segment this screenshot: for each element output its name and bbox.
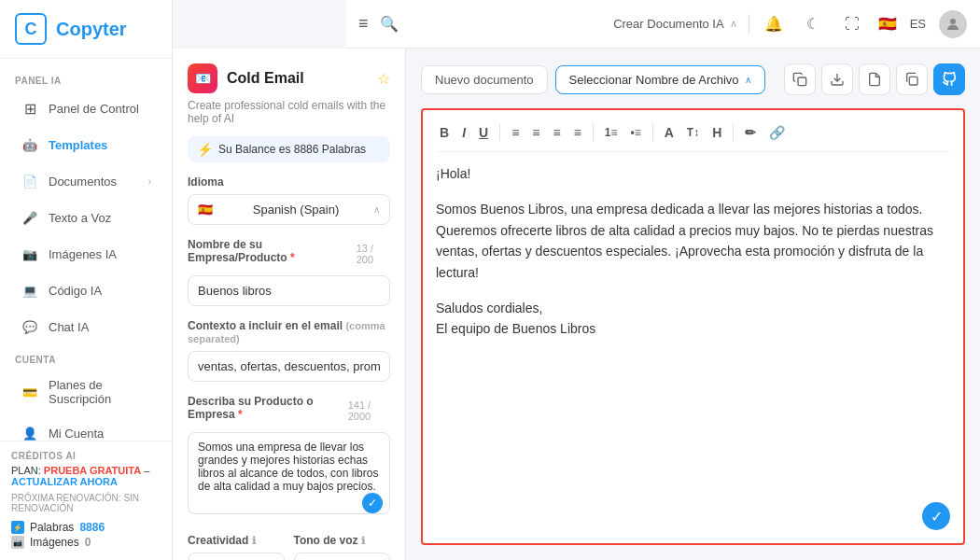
sidebar-item-templates[interactable]: 🤖 Templates xyxy=(6,127,166,162)
underline-button[interactable]: U xyxy=(475,123,492,142)
descripcion-label: Describa su Producto o Empresa * xyxy=(188,395,348,421)
logo-icon: C xyxy=(15,13,47,45)
descripcion-count: 141 / 2000 xyxy=(348,399,390,422)
tono-select[interactable]: Casual ∧ xyxy=(294,553,391,560)
creatividad-field: Creatividad ℹ Media ∧ xyxy=(188,534,285,560)
align-center-button[interactable]: ≡ xyxy=(528,123,543,142)
empresa-label: Nombre de su Empresa/Producto * xyxy=(188,238,357,264)
cold-email-icon: 📧 xyxy=(188,63,217,93)
planes-icon: 💳 xyxy=(21,383,39,401)
nombre-archivo-tab[interactable]: Seleccionar Nombre de Archivo ∧ xyxy=(555,65,765,94)
cuenta-section-label: CUENTA xyxy=(0,345,172,369)
fmt-sep-2 xyxy=(593,124,594,141)
body-text: Somos Buenos Libros, una empresa dedicad… xyxy=(436,199,950,283)
main-content: 📧 Cold Email ☆ Create professional cold … xyxy=(173,49,980,560)
list-ordered-button[interactable]: 1≡ xyxy=(601,124,622,141)
font-color-button[interactable]: A xyxy=(661,123,678,142)
closing-line1: Saludos cordiales, xyxy=(436,298,950,318)
user-avatar[interactable] xyxy=(939,10,967,38)
pen-button[interactable]: ✏ xyxy=(741,123,760,142)
sidebar-item-label: Texto a Voz xyxy=(49,211,111,225)
documentos-icon: 📄 xyxy=(21,172,39,190)
font-size-button[interactable]: T↕ xyxy=(683,124,703,141)
bottom-check-button[interactable]: ✓ xyxy=(922,502,950,530)
link-button[interactable]: 🔗 xyxy=(765,123,789,142)
empresa-input[interactable] xyxy=(188,275,390,306)
idioma-flag: 🇪🇸 xyxy=(198,203,213,217)
copy-icon[interactable] xyxy=(784,63,816,95)
plan-upgrade-link[interactable]: ACTUALIZAR AHORA xyxy=(11,476,118,487)
chat-icon: 💬 xyxy=(21,317,39,336)
sidebar-item-texto-voz[interactable]: 🎤 Texto a Voz xyxy=(6,200,166,235)
sidebar-item-label: Mi Cuenta xyxy=(49,427,104,441)
crear-label: Crear Documento IA xyxy=(613,17,724,31)
renovacion-label: PRÓXIMA RENOVACIÓN: SIN RENOVACIÓN xyxy=(11,493,161,513)
menu-icon[interactable]: ≡ xyxy=(358,14,369,34)
sidebar-item-panel-control[interactable]: ⊞ Panel de Control xyxy=(6,91,166,126)
sidebar-item-mi-cuenta[interactable]: 👤 Mi Cuenta xyxy=(6,415,166,441)
sidebar-item-planes[interactable]: 💳 Planes de Suscripción xyxy=(6,370,166,414)
idioma-chevron: ∧ xyxy=(373,204,380,215)
nombre-tab-label: Seleccionar Nombre de Archivo xyxy=(569,73,739,87)
creatividad-label: Creatividad ℹ xyxy=(188,534,285,547)
form-title: Cold Email xyxy=(227,70,304,87)
creatividad-info[interactable]: ℹ xyxy=(252,535,256,546)
favorite-star[interactable]: ☆ xyxy=(377,70,390,88)
moon-icon[interactable]: ☾ xyxy=(800,11,826,37)
idioma-select[interactable]: 🇪🇸 Spanish (Spain) ∧ xyxy=(188,194,390,225)
crear-chevron: ∧ xyxy=(730,18,737,30)
creatividad-select[interactable]: Media ∧ xyxy=(188,553,285,560)
crear-documento-button[interactable]: Crear Documento IA ∧ xyxy=(613,17,737,31)
tono-label: Tono de voz ℹ xyxy=(294,534,391,547)
bold-button[interactable]: B xyxy=(436,123,453,142)
descripcion-textarea[interactable]: Somos una empresa de llevar los grandes … xyxy=(188,432,390,514)
file-icon[interactable] xyxy=(859,63,890,95)
heading-button[interactable]: H xyxy=(708,123,725,142)
editor-text-content[interactable]: ¡Hola! Somos Buenos Libros, una empresa … xyxy=(436,163,950,340)
svg-point-0 xyxy=(950,19,956,24)
formatting-toolbar: B I U ≡ ≡ ≡ ≡ 1≡ •≡ A xyxy=(436,123,950,152)
plan-free-label[interactable]: PRUEBA GRATUITA xyxy=(44,465,141,476)
form-header: 📧 Cold Email ☆ xyxy=(188,63,390,93)
plan-info: PLAN: PRUEBA GRATUITA – ACTUALIZAR AHORA xyxy=(11,465,161,487)
form-panel: 📧 Cold Email ☆ Create professional cold … xyxy=(173,49,406,560)
fmt-sep-4 xyxy=(733,124,734,141)
sidebar-footer: CRÉDITOS AI PLAN: PRUEBA GRATUITA – ACTU… xyxy=(0,441,172,560)
bell-icon[interactable]: 🔔 xyxy=(761,11,787,37)
italic-button[interactable]: I xyxy=(458,123,469,142)
contexto-input[interactable] xyxy=(188,351,390,382)
palabras-count: 8886 xyxy=(79,521,105,534)
plan-separator: – xyxy=(144,465,149,476)
empresa-label-row: Nombre de su Empresa/Producto * 13 / 200 xyxy=(188,238,390,270)
search-icon[interactable]: 🔍 xyxy=(380,15,399,33)
sidebar-item-chat-ia[interactable]: 💬 Chat IA xyxy=(6,309,166,344)
download-icon[interactable] xyxy=(821,63,853,95)
editor-content-box[interactable]: B I U ≡ ≡ ≡ ≡ 1≡ •≡ A xyxy=(421,108,965,545)
expand-icon[interactable]: ⛶ xyxy=(839,11,865,37)
form-description: Create professional cold emails with the… xyxy=(188,99,390,125)
list-unordered-button[interactable]: •≡ xyxy=(627,124,645,141)
closing-text: Saludos cordiales, El equipo de Buenos L… xyxy=(436,298,950,340)
sidebar-item-codigo-ia[interactable]: 💻 Código IA xyxy=(6,273,166,308)
descripcion-check[interactable]: ✓ xyxy=(362,493,383,513)
sidebar-item-label: Planes de Suscripción xyxy=(49,378,151,406)
logo-area: C Copyter xyxy=(0,0,172,59)
templates-icon: 🤖 xyxy=(21,135,39,154)
sidebar-item-documentos[interactable]: 📄 Documentos › xyxy=(6,163,166,199)
duplicate-icon[interactable] xyxy=(896,63,928,95)
tono-info[interactable]: ℹ xyxy=(361,535,365,546)
editor-action-icons xyxy=(784,63,965,95)
align-right-button[interactable]: ≡ xyxy=(549,123,564,142)
sidebar-item-label: Código IA xyxy=(49,284,102,298)
generate-button[interactable] xyxy=(933,63,965,95)
sidebar-nav: PANEL IA ⊞ Panel de Control 🤖 Templates … xyxy=(0,59,172,441)
align-justify-button[interactable]: ≡ xyxy=(570,123,585,142)
balance-text: Su Balance es 8886 Palabras xyxy=(218,143,366,156)
tono-field: Tono de voz ℹ Casual ∧ xyxy=(294,534,391,560)
greeting-line: ¡Hola! xyxy=(436,163,950,184)
align-left-button[interactable]: ≡ xyxy=(508,123,523,142)
nuevo-documento-tab[interactable]: Nuevo documento xyxy=(421,65,548,94)
empresa-count: 13 / 200 xyxy=(357,243,390,265)
sidebar-item-imagenes-ia[interactable]: 📷 Imágenes IA xyxy=(6,236,166,272)
plan-section-label: PLAN: xyxy=(11,465,41,476)
